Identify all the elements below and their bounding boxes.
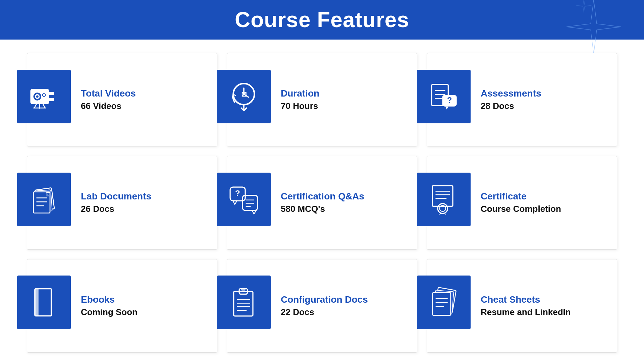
feature-card-assessments: ? Assessments28 Docs [427, 53, 617, 146]
svg-line-8 [34, 104, 36, 108]
svg-rect-6 [49, 92, 54, 95]
svg-line-45 [438, 214, 441, 215]
duration-icon-box: ⊠ [217, 70, 271, 123]
cheat-sheets-title: Cheat Sheets [481, 294, 571, 305]
cheat-sheets-icon-box [417, 276, 471, 329]
assessments-icon-box: ? [417, 70, 471, 123]
svg-line-10 [43, 104, 45, 108]
cheat-sheets-text: Cheat SheetsResume and LinkedIn [471, 294, 571, 317]
feature-card-certificate: CertificateCourse Completion [427, 156, 617, 249]
total-videos-value: 66 Videos [81, 101, 136, 111]
feature-card-lab-documents: Lab Documents26 Docs [27, 156, 217, 249]
configuration-docs-icon-box [217, 276, 271, 329]
lab-documents-title: Lab Documents [81, 191, 151, 202]
certificate-title: Certificate [481, 191, 561, 202]
lab-documents-text: Lab Documents26 Docs [71, 191, 151, 214]
assessments-text: Assessments28 Docs [471, 88, 541, 111]
svg-point-3 [36, 95, 39, 98]
feature-card-ebooks: EbooksComing Soon [27, 259, 217, 353]
assessments-title: Assessments [481, 88, 541, 99]
page-title: Course Features [0, 7, 644, 32]
certification-qas-icon-box: ? [217, 173, 271, 226]
feature-card-duration: ⊠ Duration70 Hours [227, 53, 417, 146]
configuration-docs-text: Configuration Docs22 Docs [271, 294, 368, 317]
svg-text:?: ? [235, 189, 240, 198]
total-videos-text: Total Videos66 Videos [71, 88, 136, 111]
feature-card-configuration-docs: Configuration Docs22 Docs [227, 259, 417, 353]
page-header: Course Features [0, 0, 644, 40]
configuration-docs-title: Configuration Docs [281, 294, 368, 305]
svg-point-5 [43, 94, 45, 96]
total-videos-icon-box [17, 70, 71, 123]
ebooks-value: Coming Soon [81, 307, 138, 317]
features-grid: Total Videos66 Videos ⊠ Duration70 Hours [0, 40, 644, 362]
svg-text:⊠: ⊠ [241, 90, 247, 98]
assessments-value: 28 Docs [481, 101, 541, 111]
certificate-icon-box [417, 173, 471, 226]
feature-card-cheat-sheets: Cheat SheetsResume and LinkedIn [427, 259, 617, 353]
duration-title: Duration [281, 88, 319, 99]
certificate-value: Course Completion [481, 204, 561, 214]
svg-marker-22 [445, 106, 448, 109]
duration-text: Duration70 Hours [271, 88, 319, 111]
certification-qas-text: Certification Q&As580 MCQ's [271, 191, 364, 214]
svg-line-46 [445, 214, 447, 215]
ebooks-title: Ebooks [81, 294, 138, 305]
feature-card-certification-qas: ? Certification Q&As580 MCQ's [227, 156, 417, 249]
decoration-star [564, 0, 624, 57]
configuration-docs-value: 22 Docs [281, 307, 368, 317]
lab-documents-icon-box [17, 173, 71, 226]
svg-point-43 [438, 203, 447, 213]
lab-documents-value: 26 Docs [81, 204, 151, 214]
total-videos-title: Total Videos [81, 88, 136, 99]
svg-rect-49 [51, 290, 52, 315]
svg-rect-52 [241, 288, 246, 291]
ebooks-icon-box [17, 276, 71, 329]
certification-qas-title: Certification Q&As [281, 191, 364, 202]
svg-rect-7 [49, 98, 54, 101]
svg-text:?: ? [447, 96, 452, 105]
svg-rect-50 [234, 292, 253, 316]
duration-value: 70 Hours [281, 101, 319, 111]
feature-card-total-videos: Total Videos66 Videos [27, 53, 217, 146]
cheat-sheets-value: Resume and LinkedIn [481, 307, 571, 317]
svg-rect-59 [433, 293, 451, 316]
certification-qas-value: 580 MCQ's [281, 204, 364, 214]
certificate-text: CertificateCourse Completion [471, 191, 561, 214]
ebooks-text: EbooksComing Soon [71, 294, 138, 317]
